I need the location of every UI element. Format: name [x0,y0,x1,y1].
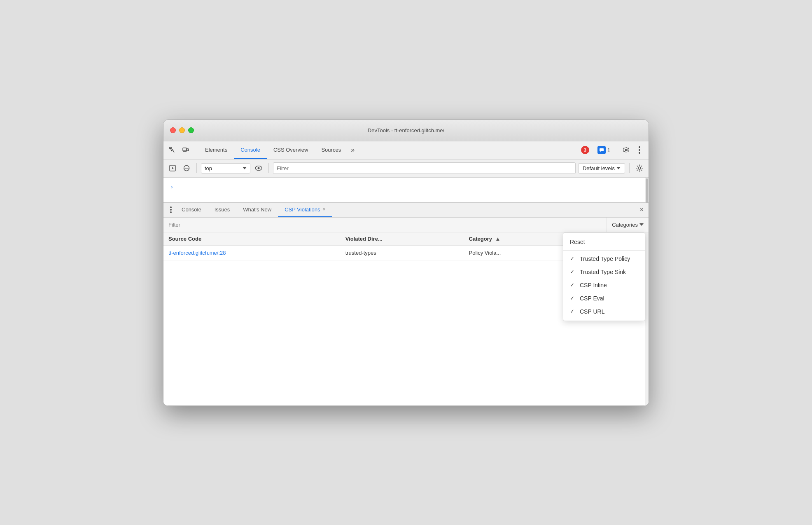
cell-source-code: tt-enforced.glitch.me/:28 [163,245,341,260]
devtools-container: Elements Console CSS Overview Sources » … [163,141,649,405]
svg-point-19 [170,209,172,211]
more-tabs-button[interactable]: » [348,146,358,154]
dropdown-item-csp-url[interactable]: ✓ CSP URL [563,305,645,318]
sort-arrow-icon: ▲ [495,236,501,242]
csp-violations-label: CSP Violations [285,206,320,213]
tab-elements[interactable]: Elements [198,141,234,159]
svg-point-17 [638,167,641,169]
dropdown-label-2: Trusted Type Sink [580,269,626,275]
window-title: DevTools - tt-enforced.glitch.me/ [368,127,444,134]
message-count: 1 [607,147,610,153]
bottom-panel: Console Issues What's New CSP Violations… [163,202,649,405]
more-options-button[interactable] [634,144,645,156]
error-count-button[interactable]: 3 [578,144,593,156]
svg-marker-5 [600,151,601,152]
dropdown-label-4: CSP Eval [580,295,604,302]
categories-dropdown: Reset ✓ Trusted Type Policy ✓ Trusted Ty… [563,232,645,321]
message-count-button[interactable]: 1 [594,144,614,156]
minimize-button[interactable] [179,127,185,133]
tab-navigation: Elements Console CSS Overview Sources » [198,141,576,159]
tab-sources[interactable]: Sources [315,141,348,159]
svg-point-8 [639,152,640,154]
tab-console[interactable]: Console [234,141,267,159]
second-toolbar: top Default levels [163,159,649,178]
toolbar-right: 3 1 [578,144,645,156]
tab-csp-violations[interactable]: CSP Violations × [278,202,332,217]
dropdown-item-trusted-type-policy[interactable]: ✓ Trusted Type Policy [563,252,645,265]
close-bottom-panel-button[interactable]: × [638,204,645,215]
top-toolbar: Elements Console CSS Overview Sources » … [163,141,649,159]
right-scrollbar[interactable] [645,178,649,202]
check-icon-1: ✓ [570,255,576,262]
col-category[interactable]: Category ▲ [464,232,574,246]
toolbar-separator-4 [268,163,269,173]
cell-category: Policy Viola... [464,245,574,260]
csp-violations-content: Categories Source Code Violated Dire... [163,218,649,405]
svg-rect-2 [187,149,189,151]
title-bar: DevTools - tt-enforced.glitch.me/ [163,120,649,141]
console-blue-indicator: › [167,181,645,192]
toolbar-separator-3 [196,163,197,173]
tab-whats-new[interactable]: What's New [236,202,278,217]
reset-button[interactable]: Reset [563,235,645,248]
svg-point-15 [258,167,260,169]
dropdown-label-1: Trusted Type Policy [580,255,630,262]
check-icon-3: ✓ [570,282,576,288]
scrollbar-thumb[interactable] [646,178,648,203]
csp-filter-input[interactable] [163,218,607,232]
dropdown-divider [563,250,645,251]
bottom-more-options-button[interactable] [167,205,175,215]
check-icon-2: ✓ [570,269,576,275]
svg-marker-21 [639,223,644,226]
settings-button[interactable] [621,144,632,156]
console-output-area: › [163,178,649,202]
run-script-button[interactable] [167,162,178,174]
categories-button[interactable]: Categories [607,218,649,232]
svg-marker-13 [243,167,247,169]
dropdown-item-csp-eval[interactable]: ✓ CSP Eval [563,292,645,305]
context-selector[interactable]: top [201,163,250,173]
traffic-lights [170,127,194,133]
dropdown-label-3: CSP Inline [580,282,607,288]
error-badge: 3 [581,146,589,154]
svg-point-6 [639,146,640,148]
console-settings-button[interactable] [634,162,645,174]
svg-point-7 [639,149,640,151]
svg-rect-4 [600,148,604,151]
dropdown-item-csp-inline[interactable]: ✓ CSP Inline [563,279,645,292]
device-toolbar-button[interactable] [180,144,191,156]
tab-console-bottom[interactable]: Console [175,202,208,217]
source-link[interactable]: tt-enforced.glitch.me/:28 [168,250,226,256]
check-icon-4: ✓ [570,295,576,301]
message-badge [597,146,606,154]
close-button[interactable] [170,127,176,133]
svg-marker-10 [172,167,174,169]
dropdown-item-trusted-type-sink[interactable]: ✓ Trusted Type Sink [563,265,645,279]
bottom-right-scrollbar[interactable] [645,232,649,405]
col-violated-dir[interactable]: Violated Dire... [341,232,464,246]
clear-console-button[interactable] [181,162,192,174]
svg-point-20 [170,211,172,213]
tab-css-overview[interactable]: CSS Overview [267,141,315,159]
col-source-code[interactable]: Source Code [163,232,341,246]
csp-filter-bar: Categories [163,218,649,232]
devtools-window: DevTools - tt-enforced.glitch.me/ Elemen… [163,120,649,406]
toolbar-separator [195,145,195,155]
maximize-button[interactable] [188,127,194,133]
tab-issues[interactable]: Issues [208,202,237,217]
filter-input[interactable] [273,162,576,174]
context-label: top [205,165,212,171]
cell-violated-dir: trusted-types [341,245,464,260]
bottom-content: Source Code Violated Dire... Category ▲ … [163,232,649,405]
inspect-element-button[interactable] [167,144,178,156]
check-icon-5: ✓ [570,308,576,314]
close-csp-tab-button[interactable]: × [322,206,325,212]
dropdown-label-5: CSP URL [580,308,604,315]
eye-filter-button[interactable] [253,162,264,174]
levels-label: Default levels [583,165,615,171]
toolbar-separator-5 [629,163,630,173]
toolbar-separator-2 [617,145,617,155]
svg-rect-1 [183,148,187,151]
default-levels-button[interactable]: Default levels [578,163,625,173]
svg-marker-16 [616,167,621,169]
